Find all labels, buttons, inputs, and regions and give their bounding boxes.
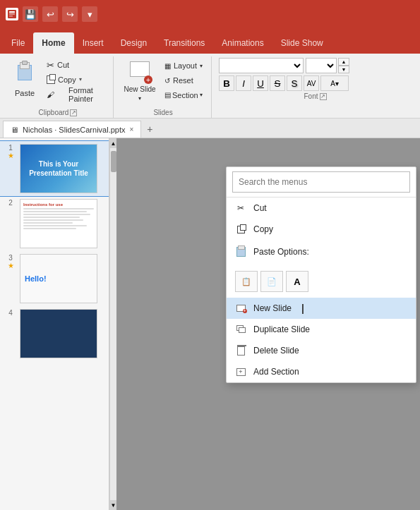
title-bar: 💾 ↩ ↪ ▾ [0,0,420,28]
slides-group-label: Slides [121,107,205,118]
slide-number-col-3: 3 ★ [4,254,17,269]
paste-options-icon [235,246,246,257]
clipboard-group-label: Clipboard ↗ [8,107,107,118]
paste-option-1[interactable]: 📋 [235,271,258,292]
paste-opt-icon-2: 📄 [267,277,277,286]
doc-tab-label: Nicholas · SlidesCarnival.pptx [23,126,126,134]
reset-button[interactable]: ↺ Reset [162,74,205,87]
slide-item-1[interactable]: 1 ★ This is Your Presentation Title [0,141,109,196]
customize-button[interactable]: ▾ [82,6,97,22]
canvas-area: ✂ Cut Copy [116,138,420,510]
copy-menu-item[interactable]: Copy [227,219,416,240]
paste-opt-icon-1: 📋 [241,277,251,286]
add-section-label: Add Section [253,367,299,377]
delete-slide-label: Delete Slide [253,346,299,356]
duplicate-slide-menu-item[interactable]: Duplicate Slide [227,319,416,340]
clipboard-group-content: Paste ✂ Cut Copy ▾ 🖌 Format Painter [8,58,107,107]
slide-item-2[interactable]: 2 Instructions for use [0,196,109,251]
tab-design[interactable]: Design [112,32,155,54]
tab-animations[interactable]: Animations [213,32,272,54]
paste-option-3[interactable]: A [286,271,308,292]
font-size-arrows: ▲ ▼ [338,58,349,73]
layout-icon: ▦ [164,62,171,70]
section-label: Section [172,91,198,99]
tab-slideshow[interactable]: Slide Show [272,32,332,54]
font-group-content: ▲ ▼ B I U S S AV A▾ [219,58,412,91]
char-spacing-button[interactable]: AV [304,75,319,91]
new-slide-menu-item[interactable]: + New Slide | [227,298,416,319]
section-arrow: ▾ [200,92,203,98]
new-tab-button[interactable]: + [141,121,158,138]
layout-reset-col: ▦ Layout ▾ ↺ Reset ▤ Section ▾ [162,58,205,102]
format-painter-label: Format Painter [57,86,104,103]
delete-slide-menu-item[interactable]: Delete Slide [227,340,416,361]
slides-group: + New Slide ▾ ▦ Layout ▾ ↺ Reset ▤ Secti… [115,56,212,118]
cut-menu-item[interactable]: ✂ Cut [227,198,416,219]
slide-panel: 1 ★ This is Your Presentation Title 2 In… [0,138,109,510]
font-size-select[interactable] [306,58,337,73]
cut-button[interactable]: ✂ Cut [44,58,107,72]
context-search [227,167,416,198]
copy-button[interactable]: Copy ▾ [44,73,107,87]
save-button[interactable]: 💾 [23,6,38,22]
cut-label: Cut [57,61,69,69]
doc-tab[interactable]: 🖥 Nicholas · SlidesCarnival.pptx × [3,121,141,138]
slide-item-3[interactable]: 3 ★ Hello! [0,251,109,306]
paste-options-header: Paste Options: 📋 📄 A [227,240,416,298]
slide-thumb-1: This is Your Presentation Title [20,144,97,193]
clipboard-expand[interactable]: ↗ [70,109,77,116]
section-button[interactable]: ▤ Section ▾ [162,88,205,102]
underline-button[interactable]: U [253,75,268,91]
search-the-menus-input[interactable] [232,171,410,193]
undo-button[interactable]: ↩ [42,6,58,22]
italic-button[interactable]: I [236,75,251,91]
font-row-1: ▲ ▼ [219,58,412,73]
strikethrough-button[interactable]: S [270,75,285,91]
font-size-decrease[interactable]: ▼ [338,66,349,73]
paste-option-2[interactable]: 📄 [260,271,283,292]
slide-1-title: This is Your Presentation Title [20,157,97,181]
slide-number-col-4: 4 [4,309,17,317]
paste-label: Paste [15,89,35,97]
font-size-increase[interactable]: ▲ [338,58,349,66]
slide-item-4[interactable]: 4 [0,306,109,361]
reset-label: Reset [173,76,193,85]
copy-icon [235,224,246,235]
format-painter-button[interactable]: 🖌 Format Painter [44,87,107,102]
tab-home[interactable]: Home [33,32,73,54]
font-color-button[interactable]: A▾ [320,75,349,91]
copy-label: Copy [58,75,76,84]
tab-file[interactable]: File [3,32,33,54]
slide-number-1: 1 [8,144,13,152]
redo-button[interactable]: ↪ [62,6,78,22]
slide-number-4: 4 [8,309,13,317]
scrollbar-down[interactable]: ▼ [110,500,116,510]
tab-transitions[interactable]: Transitions [155,32,213,54]
new-slide-button[interactable]: + New Slide ▾ [121,58,159,102]
paste-options-row: 📋 📄 A [235,271,308,292]
slide-number-2: 2 [8,199,13,207]
format-painter-icon: 🖌 [47,90,54,99]
tab-insert[interactable]: Insert [74,32,112,54]
duplicate-slide-label: Duplicate Slide [253,324,310,334]
app-icon [6,8,18,20]
font-row-2: B I U S S AV A▾ [219,75,412,91]
paste-button[interactable]: Paste [8,58,41,102]
scrollbar-track [110,148,116,500]
add-section-icon: + [235,366,246,377]
reset-icon: ↺ [164,77,170,85]
copy-dropdown-arrow: ▾ [79,76,82,83]
svg-rect-2 [9,13,15,15]
font-family-select[interactable] [219,58,304,73]
layout-button[interactable]: ▦ Layout ▾ [162,59,205,73]
cut-icon: ✂ [235,202,246,214]
text-shadow-button[interactable]: S [287,75,302,91]
slide-2-header: Instructions for use [23,202,94,207]
doc-tab-close[interactable]: × [130,126,134,133]
scrollbar-up[interactable]: ▲ [110,138,116,148]
bold-button[interactable]: B [219,75,234,91]
add-section-menu-item[interactable]: + Add Section [227,361,416,382]
delete-slide-icon [235,345,246,356]
font-expand[interactable]: ↗ [320,93,327,100]
scrollbar-thumb[interactable] [111,151,116,172]
